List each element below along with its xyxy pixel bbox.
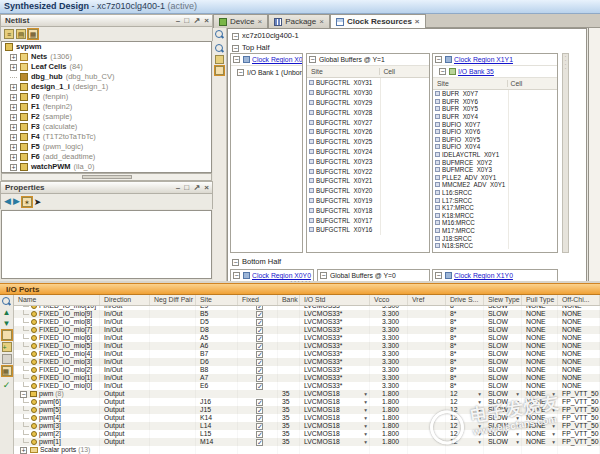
buffer-row[interactable]: BUFGCTRL_X0Y17 (307, 215, 429, 225)
bank-resource-row[interactable]: BUFIO_X0Y4 (433, 143, 557, 151)
buffer-row[interactable]: BUFGCTRL_X0Y23 (307, 156, 429, 166)
expander-icon[interactable]: + (10, 144, 17, 151)
fixed-checkbox[interactable]: ✓ (256, 343, 263, 350)
expander-icon[interactable]: + (10, 84, 17, 91)
column-header[interactable]: Off-Chi... (558, 295, 600, 305)
fixed-checkbox[interactable]: ✓ (256, 383, 263, 390)
column-header[interactable]: Neg Diff Pair (150, 295, 196, 305)
dropdown-arrow-icon[interactable]: ▾ (516, 406, 519, 414)
global-buffers-title[interactable]: − Global Buffers @ Y=1 (307, 54, 429, 66)
io-port-row[interactable]: FIXED_IO_mio[9]In/OutB5✓LVCMOS33*3.3008*… (14, 310, 600, 318)
add-group-icon[interactable]: + (2, 342, 12, 352)
dropdown-arrow-icon[interactable]: ▾ (478, 398, 481, 406)
io-port-row[interactable]: FIXED_IO_mio[3]In/OutD6✓LVCMOS33*3.3008*… (14, 358, 600, 366)
bank-resource-row[interactable]: IDELAYCTRL_X0Y1 (433, 151, 557, 159)
netlist-item[interactable]: +F3(calculate) (2, 122, 211, 132)
tab-device-close-icon[interactable]: × (257, 15, 262, 28)
buffer-row[interactable]: BUFGCTRL_X0Y26 (307, 127, 429, 137)
clock-region-x1y1[interactable]: − Clock Region X1Y1 (433, 54, 557, 66)
expander-icon[interactable]: + (10, 54, 17, 61)
dropdown-arrow-icon[interactable]: ▾ (516, 398, 519, 406)
buffer-row[interactable]: BUFGCTRL_X0Y19 (307, 196, 429, 206)
dropdown-arrow-icon[interactable]: ▾ (364, 438, 367, 446)
io-port-row[interactable]: pwm[6]OutputJ16✓35LVCMOS18▾1.80012▾SLOW▾… (14, 398, 600, 406)
dropdown-arrow-icon[interactable]: ▾ (478, 422, 481, 430)
netlist-collapse-icon[interactable]: ▤ (16, 29, 26, 39)
diff-pair-icon[interactable] (2, 354, 12, 364)
collapse-all-icon[interactable]: ▲ (0, 308, 13, 317)
bank-resource-row[interactable]: M16:MRCC (433, 219, 557, 227)
buffer-row[interactable]: BUFGCTRL_X0Y30 (307, 88, 429, 98)
expander-icon[interactable]: + (10, 114, 17, 121)
create-group-icon[interactable] (2, 330, 12, 340)
netlist-window-buttons[interactable]: – □ ↗ × (176, 15, 210, 27)
dropdown-arrow-icon[interactable]: ▾ (552, 438, 555, 446)
dropdown-arrow-icon[interactable]: ▾ (552, 398, 555, 406)
fixed-checkbox[interactable]: ✓ (256, 359, 263, 366)
column-header[interactable]: Site (196, 295, 238, 305)
fixed-checkbox[interactable]: ✓ (256, 306, 263, 310)
dropdown-arrow-icon[interactable]: ▾ (516, 422, 519, 430)
dropdown-arrow-icon[interactable]: ▾ (478, 390, 481, 398)
dropdown-arrow-icon[interactable]: ▾ (552, 422, 555, 430)
dropdown-arrow-icon[interactable]: ▾ (516, 390, 519, 398)
expander-icon[interactable]: + (20, 447, 27, 454)
expander-icon[interactable]: + (10, 124, 17, 131)
dropdown-arrow-icon[interactable]: ▾ (478, 414, 481, 422)
bank-resource-row[interactable]: BUFIO_X0Y7 (433, 120, 557, 128)
expander-icon[interactable]: + (10, 64, 17, 71)
bank-resource-row[interactable]: BUFR_X0Y7 (433, 90, 557, 98)
buffer-row[interactable]: BUFGCTRL_X0Y20 (307, 186, 429, 196)
tab-package[interactable]: Package × (268, 14, 330, 28)
fixed-checkbox[interactable]: ✓ (256, 431, 263, 438)
search-icon[interactable] (2, 297, 11, 306)
column-header[interactable]: Slew Type (484, 295, 522, 305)
io-port-row[interactable]: −pwm(8)Output35LVCMOS18▾1.80012▾SLOW▾NON… (14, 390, 600, 398)
fixed-checkbox[interactable]: ✓ (256, 407, 263, 414)
fixed-checkbox[interactable]: ✓ (256, 375, 263, 382)
bank-resource-row[interactable]: BUFR_X0Y4 (433, 113, 557, 121)
io-port-row[interactable]: pwm[4]OutputK14✓35LVCMOS18▾1.80012▾SLOW▾… (14, 414, 600, 422)
io-port-row[interactable]: FIXED_IO_mio[5]In/OutA6✓LVCMOS33*3.3008*… (14, 342, 600, 350)
tab-device[interactable]: Device × (213, 14, 268, 28)
fixed-checkbox[interactable]: ✓ (256, 415, 263, 422)
bottom-half-node[interactable]: − Bottom Half (230, 257, 281, 267)
dropdown-arrow-icon[interactable]: ▾ (364, 422, 367, 430)
dropdown-arrow-icon[interactable]: ▾ (552, 414, 555, 422)
netlist-item[interactable]: +Leaf Cells(84) (2, 62, 211, 72)
expander-icon[interactable]: + (10, 104, 17, 111)
expander-icon[interactable]: − (20, 391, 27, 398)
bank-resource-row[interactable]: J18:SRCC (433, 234, 557, 242)
io-port-row[interactable]: FIXED_IO_mio[0]In/OutE6✓LVCMOS33*3.3008*… (14, 382, 600, 390)
io-port-row[interactable]: FIXED_IO_mio[8]In/OutD5✓LVCMOS33*3.3008*… (14, 318, 600, 326)
column-header[interactable]: Vcco (370, 295, 408, 305)
clock-vscrollbar[interactable] (562, 53, 569, 253)
buffer-row[interactable]: BUFGCTRL_X0Y22 (307, 166, 429, 176)
column-header[interactable]: Pull Type (522, 295, 558, 305)
column-header[interactable]: Drive S... (446, 295, 484, 305)
expander-icon[interactable]: + (10, 94, 17, 101)
bank-resource-row[interactable]: N18:SRCC (433, 242, 557, 250)
netlist-hscrollbar[interactable] (1, 173, 212, 181)
zoom-in-icon[interactable] (215, 44, 224, 53)
device-node[interactable]: − xc7z010clg400-1 (230, 31, 586, 41)
expand-all-icon[interactable]: ▼ (0, 319, 13, 328)
column-header[interactable]: Fixed (238, 295, 278, 305)
dropdown-arrow-icon[interactable]: ▾ (364, 430, 367, 438)
fixed-checkbox[interactable]: ✓ (256, 439, 263, 446)
bank-resource-row[interactable]: K18:MRCC (433, 212, 557, 220)
io-port-row[interactable]: +Scalar ports(13) (14, 446, 600, 454)
netlist-properties-icon[interactable]: ≡ (4, 29, 14, 39)
dropdown-arrow-icon[interactable]: ▾ (478, 406, 481, 414)
buffer-row[interactable]: BUFGCTRL_X0Y29 (307, 98, 429, 108)
expander-icon[interactable]: + (10, 154, 17, 161)
netlist-item[interactable]: +watchPWM(ila_0) (2, 162, 211, 172)
fixed-checkbox[interactable]: ✓ (256, 327, 263, 334)
tab-clock-resources-close-icon[interactable]: × (415, 15, 420, 28)
fixed-checkbox[interactable]: ✓ (256, 311, 263, 318)
io-port-row[interactable]: pwm[3]OutputL14✓35LVCMOS18▾1.80012▾SLOW▾… (14, 422, 600, 430)
column-header[interactable]: Name (14, 295, 100, 305)
bank-resource-row[interactable]: BUFMRCE_X0Y3 (433, 166, 557, 174)
netlist-root-item[interactable]: svpwm (2, 42, 211, 52)
bank-resource-row[interactable]: BUFMRCE_X0Y2 (433, 158, 557, 166)
